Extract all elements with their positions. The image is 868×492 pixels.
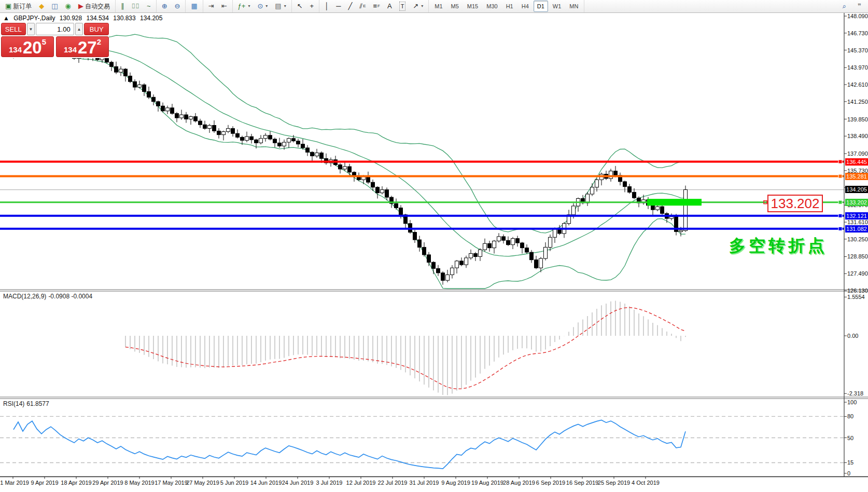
periods-icon: ⊙ xyxy=(257,2,263,10)
shapes-button[interactable]: ↗▾ xyxy=(410,1,426,12)
equidistant-channel-button[interactable]: ⫽E xyxy=(356,1,369,12)
fibonacci-icon: ≡ xyxy=(373,2,377,10)
chart-shift-button[interactable]: ⇤ xyxy=(218,1,230,12)
timeframe-d1-button[interactable]: D1 xyxy=(534,1,548,12)
timeframe-m5-button[interactable]: M5 xyxy=(447,1,463,12)
chevron-down-icon: ▾ xyxy=(265,2,268,10)
date-axis-label: 22 Jul 2019 xyxy=(378,480,408,486)
timeframe-mn-button[interactable]: MN xyxy=(566,1,582,12)
trendline-icon: ╱ xyxy=(348,2,352,10)
price-axis-tick: 137.090 xyxy=(847,151,868,157)
rsi-axis-tick: 50 xyxy=(847,435,868,441)
favorites-icon[interactable]: ◆ xyxy=(36,1,47,12)
sell-button[interactable]: SELL xyxy=(1,23,26,35)
date-axis-label: 5 Jun 2019 xyxy=(220,480,248,486)
crosshair-icon: + xyxy=(310,2,314,10)
community-icon-icon: ◫ xyxy=(51,2,58,10)
date-axis-label: 3 Jul 2019 xyxy=(316,480,343,486)
price-axis-tick: 139.850 xyxy=(847,116,868,122)
price-axis-tick: 130.250 xyxy=(847,236,868,242)
signals-icon-icon: ◉ xyxy=(65,2,71,10)
price-callout-label[interactable]: 133.202 xyxy=(767,195,823,212)
templates-icon: ▤ xyxy=(275,2,281,10)
date-axis-label: 16 Sep 2019 xyxy=(566,480,598,486)
date-axis-label: 24 Jun 2019 xyxy=(282,480,314,486)
toolbar-group: │─╱⫽E≡FAT↗▾ xyxy=(319,0,429,12)
collapse-panel-icon[interactable]: ▲ xyxy=(3,15,9,22)
vertical-line-button[interactable]: │ xyxy=(321,1,332,12)
line-chart-button[interactable]: ~ xyxy=(144,1,154,12)
timeframe-m15-button[interactable]: M15 xyxy=(464,1,482,12)
date-axis-label: 19 Aug 2019 xyxy=(471,480,503,486)
cursor-icon: ↖ xyxy=(297,2,303,10)
new-order-button[interactable]: ▣新订单 xyxy=(2,1,35,12)
autotrading-icon: ▶ xyxy=(78,2,83,10)
toolbar-group: ▣新订单◆◫◉▶自动交易 xyxy=(0,0,116,12)
auto-scroll-button[interactable]: ⇥ xyxy=(205,1,217,12)
sell-price-box[interactable]: 134 20 5 xyxy=(1,36,54,57)
shapes-icon: ↗ xyxy=(413,2,418,10)
price-axis-tick: 143.970 xyxy=(847,64,868,71)
chat-button[interactable]: ❞ xyxy=(855,1,864,12)
price-axis-tick: 148.090 xyxy=(847,13,868,19)
text-label-button[interactable]: T xyxy=(396,0,409,12)
price-axis-tick: 141.250 xyxy=(847,99,868,105)
favorites-icon-icon: ◆ xyxy=(39,2,44,10)
chevron-down-icon: ▾ xyxy=(421,2,423,10)
signals-icon[interactable]: ◉ xyxy=(62,1,74,12)
date-axis-label: 14 Jun 2019 xyxy=(250,480,282,486)
autotrading-button[interactable]: ▶自动交易 xyxy=(75,1,113,12)
new-order-icon: ▣ xyxy=(5,2,11,10)
equidistant-channel-icon: ⫽ xyxy=(359,2,362,10)
volume-increase-button[interactable]: ▲ xyxy=(75,23,83,35)
candlestick-chart-icon: ⌷⌷ xyxy=(131,2,139,10)
tile-windows-button[interactable]: ▦ xyxy=(188,1,200,12)
main-toolbar: ▣新订单◆◫◉▶自动交易∥⌷⌷~⊕⊖▦⇥⇤ƒ+▾⊙▾▤▾↖+│─╱⫽E≡FAT↗… xyxy=(0,0,868,13)
volume-decrease-button[interactable]: ▼ xyxy=(27,23,35,35)
ohlc-low: 130.833 xyxy=(113,15,135,22)
timeframe-m30-button[interactable]: M30 xyxy=(483,1,501,12)
crosshair-button[interactable]: + xyxy=(307,1,317,12)
search-button[interactable]: ⌕ xyxy=(839,1,849,12)
sell-price-figure: 134 xyxy=(9,45,22,54)
date-axis-label: 31 Mar 2019 xyxy=(0,480,29,486)
timeframe-h4-button[interactable]: H4 xyxy=(518,1,533,12)
periods-button[interactable]: ⊙▾ xyxy=(254,1,271,12)
rsi-axis-tick: 0 xyxy=(847,470,868,476)
candlestick-chart-button[interactable]: ⌷⌷ xyxy=(128,1,143,12)
templates-button[interactable]: ▤▾ xyxy=(272,1,289,12)
macd-axis-tick: 0.00 xyxy=(847,333,868,339)
fibonacci-button[interactable]: ≡F xyxy=(370,1,383,12)
bar-chart-button[interactable]: ∥ xyxy=(118,1,128,12)
current-price-label: 134.205 xyxy=(845,186,868,193)
toolbar-group: ▦ xyxy=(186,0,203,12)
toolbar-group: ⊕⊖ xyxy=(157,0,186,12)
buy-price-box[interactable]: 134 27 2 xyxy=(56,36,109,57)
zoom-in-button[interactable]: ⊕ xyxy=(159,1,171,12)
symbol-info-line: ▲ GBPJPY-,Daily 130.928 134.534 130.833 … xyxy=(3,15,162,22)
auto-scroll-icon: ⇥ xyxy=(208,2,214,10)
cursor-button[interactable]: ↖ xyxy=(294,1,306,12)
date-axis-label: 25 Sep 2019 xyxy=(598,480,630,486)
macd-axis-tick: 1.5554 xyxy=(847,294,868,300)
zoom-out-button[interactable]: ⊖ xyxy=(172,1,184,12)
buy-button[interactable]: BUY xyxy=(84,23,109,35)
zoom-in-icon: ⊕ xyxy=(162,2,167,10)
timeframe-w1-button[interactable]: W1 xyxy=(549,1,565,12)
ohlc-high: 134.534 xyxy=(87,15,109,22)
mt4-terminal-window: { "toolbar": { "groups": [ {"items":[ {"… xyxy=(0,0,868,492)
buy-price-pips: 27 xyxy=(78,40,97,56)
indicators-button[interactable]: ƒ+▾ xyxy=(235,1,254,12)
community-icon[interactable]: ◫ xyxy=(48,1,61,12)
trendline-button[interactable]: ╱ xyxy=(345,1,355,12)
hline-price-label: 135.281 xyxy=(845,173,868,180)
volume-input[interactable]: 1.00 xyxy=(36,23,74,35)
text-button[interactable]: A xyxy=(384,1,395,12)
timeframe-m1-button[interactable]: M1 xyxy=(431,1,446,12)
search-icon: ⌕ xyxy=(843,2,846,10)
price-axis-tick: 142.610 xyxy=(847,81,868,88)
price-axis-tick: 126.130 xyxy=(847,288,868,294)
timeframe-h1-button[interactable]: H1 xyxy=(502,1,517,12)
chevron-down-icon: ▾ xyxy=(248,2,250,10)
horizontal-line-button[interactable]: ─ xyxy=(333,1,344,12)
